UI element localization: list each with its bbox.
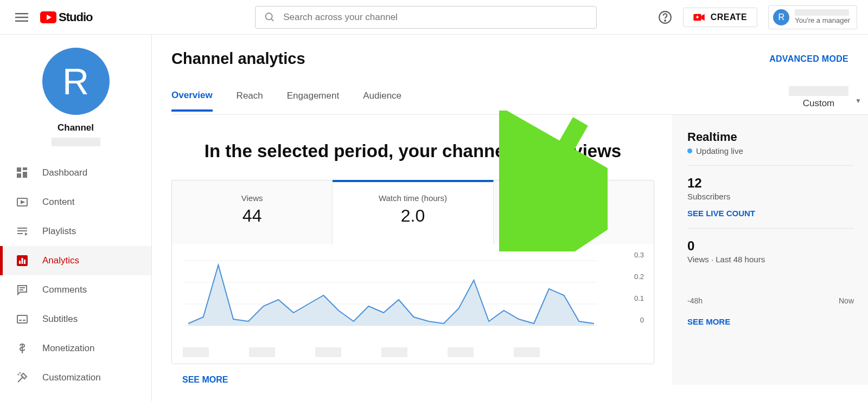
dashboard-icon (15, 166, 29, 180)
metric-tab-subscribers[interactable]: Subscribers +1 (494, 180, 654, 244)
svg-marker-16 (21, 201, 24, 203)
sidebar-item-label: Subtitles (42, 314, 78, 325)
metric-label: Watch time (hours) (333, 193, 493, 203)
metric-label: Views (172, 193, 332, 203)
youtube-icon (40, 11, 56, 23)
realtime-subscribers-count: 12 (687, 176, 854, 191)
realtime-title: Realtime (687, 130, 854, 144)
brand-text: Studio (59, 10, 92, 24)
search-box[interactable] (255, 6, 597, 29)
sidebar-item-label: Dashboard (42, 167, 87, 178)
svg-point-6 (665, 20, 666, 21)
x-tick-redacted (514, 347, 540, 357)
playlists-icon (15, 224, 29, 238)
y-tick: 0.2 (634, 273, 644, 281)
metric-value: 44 (172, 206, 332, 226)
subtitles-icon (15, 312, 29, 326)
y-tick: 0.1 (634, 294, 644, 302)
see-more-link[interactable]: SEE MORE (182, 375, 228, 385)
advanced-mode-link[interactable]: ADVANCED MODE (769, 54, 848, 64)
y-tick: 0 (640, 316, 644, 324)
svg-rect-12 (23, 167, 27, 170)
create-icon (693, 13, 705, 22)
sidebar-item-label: Customization (42, 372, 101, 383)
live-dot-icon (687, 148, 692, 153)
sidebar-item-monetization[interactable]: Monetization (0, 334, 151, 363)
date-range-selector[interactable]: Custom ▼ (789, 86, 848, 114)
search-icon (264, 11, 276, 23)
realtime-range-end: Now (839, 296, 854, 305)
sidebar: R Channel Dashboard Content Playlists An… (0, 35, 152, 401)
see-live-count-link[interactable]: SEE LIVE COUNT (687, 209, 755, 218)
x-tick-redacted (381, 347, 407, 357)
y-tick: 0.3 (634, 251, 644, 259)
svg-line-4 (271, 18, 273, 21)
svg-marker-8 (701, 14, 704, 20)
svg-rect-13 (23, 172, 27, 178)
realtime-views-count: 0 (687, 238, 854, 254)
svg-marker-20 (25, 232, 28, 236)
x-tick-redacted (249, 347, 275, 357)
help-button[interactable] (658, 10, 672, 24)
tab-engagement[interactable]: Engagement (287, 90, 339, 110)
analytics-icon (15, 254, 29, 268)
svg-point-31 (20, 373, 21, 373)
sidebar-item-label: Playlists (42, 226, 76, 237)
sidebar-item-analytics[interactable]: Analytics (0, 246, 151, 275)
avatar: R (773, 9, 789, 25)
svg-rect-19 (17, 233, 23, 234)
monetization-icon (15, 341, 29, 355)
realtime-range-start: -48h (687, 296, 703, 305)
create-button[interactable]: CREATE (683, 8, 758, 27)
search-input[interactable] (283, 12, 588, 23)
realtime-views-label: Views · Last 48 hours (687, 255, 854, 264)
content-icon (15, 195, 29, 209)
chevron-down-icon: ▼ (855, 97, 861, 105)
svg-rect-11 (17, 167, 21, 172)
metric-tab-watch-time[interactable]: Watch time (hours) 2.0 (333, 180, 493, 244)
svg-point-30 (18, 374, 19, 375)
x-tick-redacted (315, 347, 341, 357)
sidebar-item-dashboard[interactable]: Dashboard (0, 158, 151, 187)
svg-rect-18 (17, 230, 27, 231)
studio-logo[interactable]: Studio (40, 10, 92, 24)
sidebar-item-label: Comments (42, 284, 87, 295)
comments-icon (15, 283, 29, 297)
realtime-see-more-link[interactable]: SEE MORE (687, 317, 730, 326)
svg-rect-1 (15, 16, 28, 17)
date-range-redacted (789, 86, 848, 96)
svg-rect-10 (697, 15, 698, 18)
sidebar-item-customization[interactable]: Customization (0, 363, 151, 392)
tab-audience[interactable]: Audience (363, 90, 401, 110)
user-name-redacted (795, 9, 849, 16)
svg-rect-22 (19, 261, 21, 264)
customization-icon (15, 371, 29, 385)
channel-heading: Channel (0, 122, 151, 133)
hamburger-menu[interactable] (11, 7, 33, 28)
sidebar-item-label: Analytics (42, 255, 79, 266)
user-account-box[interactable]: R You're a manager (768, 5, 857, 29)
sidebar-item-label: Monetization (42, 343, 94, 354)
metric-value: +1 (494, 206, 654, 226)
svg-rect-0 (15, 13, 28, 14)
channel-avatar[interactable]: R (42, 48, 110, 115)
sidebar-item-playlists[interactable]: Playlists (0, 217, 151, 246)
sidebar-item-content[interactable]: Content (0, 187, 151, 217)
line-chart (185, 255, 597, 342)
metric-tab-views[interactable]: Views 44 (172, 180, 333, 244)
svg-rect-2 (15, 20, 28, 21)
create-label: CREATE (711, 12, 748, 22)
headline-text: In the selected period, your channel got… (171, 141, 654, 161)
date-range-label: Custom (803, 98, 835, 109)
chart-area: 0.3 0.2 0.1 0 (172, 244, 654, 364)
sidebar-item-subtitles[interactable]: Subtitles (0, 305, 151, 334)
user-status: You're a manager (795, 17, 850, 24)
svg-rect-27 (17, 315, 27, 323)
realtime-status: Updating live (687, 146, 854, 156)
tab-reach[interactable]: Reach (237, 90, 263, 110)
help-icon (658, 10, 672, 24)
tab-overview[interactable]: Overview (171, 90, 213, 112)
sidebar-item-comments[interactable]: Comments (0, 275, 151, 305)
metric-label: Subscribers (494, 193, 654, 203)
x-tick-redacted (183, 347, 209, 357)
